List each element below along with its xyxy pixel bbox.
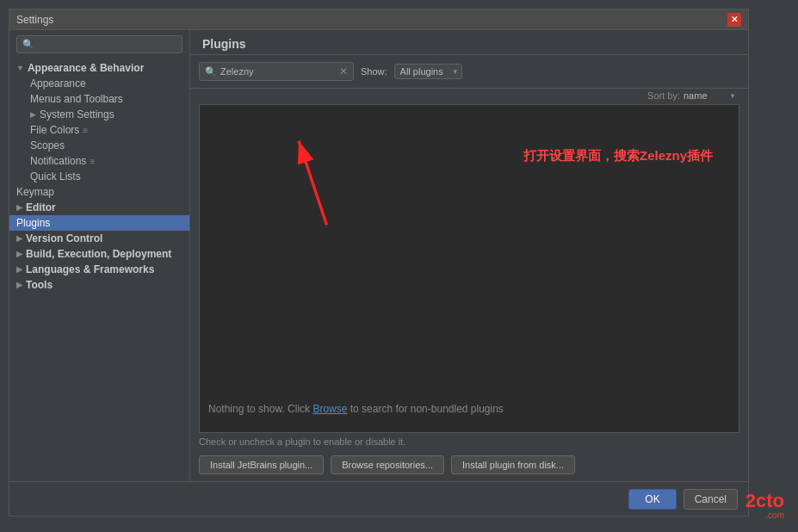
sidebar-item-keymap[interactable]: Keymap (9, 184, 189, 200)
sort-label: Sort by: (647, 90, 680, 101)
arrow-icon: ▶ (30, 110, 36, 119)
arrow-icon: ▶ (16, 265, 22, 274)
sidebar-item-file-colors[interactable]: File Colors ≡ (9, 122, 189, 138)
arrow-icon: ▶ (16, 281, 22, 289)
browse-link[interactable]: Browse (312, 403, 347, 415)
bottom-bar: OK Cancel (9, 481, 748, 516)
sidebar-item-appearance[interactable]: Appearance (9, 76, 189, 91)
sidebar-item-system-settings[interactable]: ▶ System Settings (9, 107, 189, 122)
sidebar-item-build-execution[interactable]: ▶ Build, Execution, Deployment (9, 246, 189, 262)
annotation-arrow (269, 122, 441, 234)
plugins-list-area: 打开设置界面，搜索Zelezny插件 Nothing to show. Clic… (199, 104, 739, 433)
nothing-text2: to search for non-bundled plugins (347, 403, 503, 415)
sidebar-item-version-control[interactable]: ▶ Version Control (9, 231, 189, 246)
plugin-search-box[interactable]: 🔍 ✕ (199, 62, 354, 81)
footer-buttons: Install JetBrains plugin... Browse repos… (190, 452, 748, 481)
main-content: 🔍 ▼ Appearance & Behavior Appearance Men… (9, 30, 748, 481)
plugins-toolbar: 🔍 ✕ Show: All plugins Enabled Disabled B… (190, 55, 748, 89)
sidebar-item-notifications[interactable]: Notifications ≡ (9, 153, 189, 169)
settings-window: Settings ✕ 🔍 ▼ Appearance & Behavior App… (9, 9, 749, 517)
sidebar-item-label: Quick Lists (30, 170, 81, 182)
panel-title: Plugins (190, 30, 748, 55)
arrow-icon: ▶ (16, 203, 22, 212)
search-icon: 🔍 (22, 39, 34, 50)
browse-repositories-button[interactable]: Browse repositories... (331, 455, 444, 474)
show-label: Show: (361, 66, 387, 77)
sidebar-item-label: Keymap (16, 186, 54, 198)
sidebar-item-label: File Colors (30, 124, 79, 136)
sidebar-search-input[interactable] (38, 40, 176, 50)
arrow-icon: ▶ (16, 234, 22, 243)
close-button[interactable]: ✕ (727, 13, 741, 27)
status-text: Check or uncheck a plugin to enable or d… (199, 436, 405, 447)
nothing-text: Nothing to show. Click (208, 403, 312, 415)
right-panel: Plugins 🔍 ✕ Show: All plugins Enabled (190, 30, 748, 481)
sort-dropdown[interactable]: name downloads rating (684, 90, 739, 101)
watermark-subtext: .com (745, 510, 784, 520)
sidebar-item-label: Version Control (26, 232, 102, 244)
sidebar-item-label: Tools (26, 279, 53, 291)
sidebar-item-tools[interactable]: ▶ Tools (9, 277, 189, 293)
sidebar-item-label: System Settings (40, 108, 114, 121)
cancel-button[interactable]: Cancel (684, 489, 738, 510)
sidebar-item-label: Notifications (30, 155, 86, 167)
sidebar-search-box[interactable]: 🔍 (16, 35, 182, 53)
install-jetbrains-button[interactable]: Install JetBrains plugin... (199, 455, 324, 474)
footer-status: Check or uncheck a plugin to enable or d… (190, 433, 748, 452)
sidebar-item-appearance-behavior[interactable]: ▼ Appearance & Behavior (9, 60, 189, 76)
notifications-icon: ≡ (90, 157, 95, 166)
sidebar-item-label: Languages & Frameworks (26, 263, 154, 275)
sidebar-item-label: Appearance & Behavior (28, 62, 144, 74)
sidebar-item-label: Menus and Toolbars (30, 93, 123, 105)
title-bar: Settings ✕ (9, 9, 748, 30)
show-dropdown[interactable]: All plugins Enabled Disabled Bundled Cus… (394, 64, 462, 79)
file-colors-icon: ≡ (83, 126, 88, 135)
sidebar-item-label: Appearance (30, 77, 86, 90)
plugin-search-input[interactable] (220, 66, 336, 77)
arrow-icon: ▼ (16, 64, 24, 72)
tree-section: ▼ Appearance & Behavior Appearance Menus… (9, 59, 189, 294)
sidebar-item-quick-lists[interactable]: Quick Lists (9, 169, 189, 184)
sidebar-item-editor[interactable]: ▶ Editor (9, 200, 189, 215)
sidebar-item-label: Build, Execution, Deployment (26, 248, 171, 260)
nothing-to-show: Nothing to show. Click Browse to search … (208, 403, 504, 415)
plugins-content: 🔍 ✕ Show: All plugins Enabled Disabled B… (190, 55, 748, 481)
watermark-text: 2cto (745, 492, 784, 510)
sort-bar: Sort by: name downloads rating ▼ (190, 89, 748, 104)
sidebar: 🔍 ▼ Appearance & Behavior Appearance Men… (9, 30, 190, 481)
sidebar-item-languages-frameworks[interactable]: ▶ Languages & Frameworks (9, 262, 189, 277)
annotation-text: 打开设置界面，搜索Zelezny插件 (523, 148, 713, 164)
sidebar-item-label: Plugins (16, 217, 50, 229)
watermark: 2cto .com (745, 492, 784, 520)
install-from-disk-button[interactable]: Install plugin from disk... (451, 455, 575, 474)
search-icon: 🔍 (205, 66, 217, 77)
show-dropdown-wrapper[interactable]: All plugins Enabled Disabled Bundled Cus… (394, 64, 462, 79)
window-title: Settings (16, 14, 53, 26)
sidebar-item-scopes[interactable]: Scopes (9, 138, 189, 153)
sidebar-item-plugins[interactable]: Plugins (9, 215, 189, 231)
arrow-icon: ▶ (16, 250, 22, 258)
plugin-search-clear-icon[interactable]: ✕ (339, 65, 348, 77)
sidebar-item-label: Scopes (30, 139, 65, 152)
sidebar-item-label: Editor (26, 201, 56, 213)
sidebar-item-menus-toolbars[interactable]: Menus and Toolbars (9, 91, 189, 107)
svg-line-1 (299, 141, 327, 225)
ok-button[interactable]: OK (628, 489, 676, 510)
sort-dropdown-wrapper[interactable]: name downloads rating ▼ (684, 90, 739, 101)
